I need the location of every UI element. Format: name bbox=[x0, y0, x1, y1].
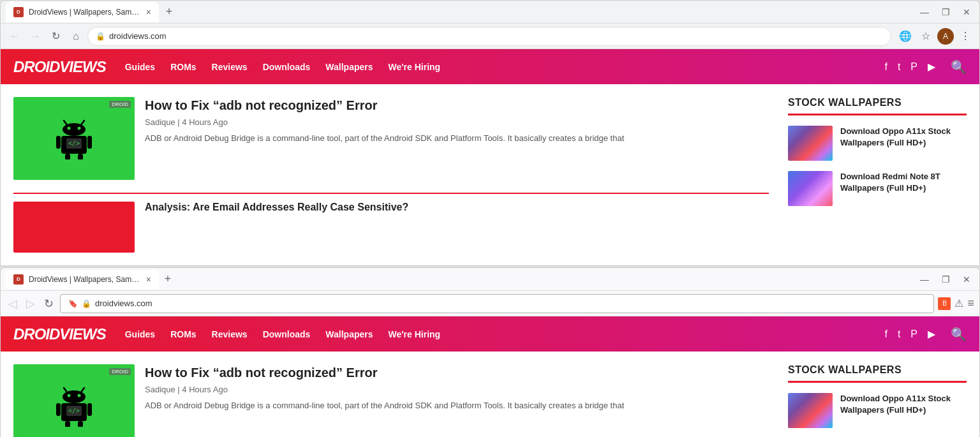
window-controls-2: — ❐ ✕ bbox=[916, 273, 974, 286]
svg-text:</>: </> bbox=[68, 407, 80, 414]
article-time-1: 4 Hours Ago bbox=[182, 117, 228, 127]
ff-alert-icon[interactable]: ⚠ bbox=[954, 297, 963, 309]
url-text-1: droidviews.com bbox=[109, 31, 167, 41]
brave-shield-icon[interactable]: B bbox=[938, 297, 951, 310]
nav-guides-1[interactable]: Guides bbox=[125, 62, 155, 72]
android-robot-2: </> bbox=[55, 385, 93, 427]
sidebar-thumb-1[interactable] bbox=[788, 126, 833, 161]
nav-reviews-2[interactable]: Reviews bbox=[212, 329, 248, 339]
nav-guides-2[interactable]: Guides bbox=[125, 329, 155, 339]
window-controls-1: — ❐ ✕ bbox=[916, 6, 974, 19]
thumb-text-1: adb not recognized... bbox=[16, 168, 89, 175]
content-left-1: DROID bbox=[13, 97, 769, 253]
address-bar-1[interactable]: 🔒 droidviews.com bbox=[87, 27, 891, 46]
ff-url-text: droidviews.com bbox=[95, 299, 152, 308]
svg-rect-20 bbox=[65, 421, 70, 427]
ff-menu-btn[interactable]: ≡ bbox=[967, 297, 974, 310]
nav-roms-1[interactable]: ROMs bbox=[170, 62, 196, 72]
sidebar-thumb-gradient-3 bbox=[788, 393, 833, 428]
search-icon-nav-1[interactable]: 🔍 bbox=[951, 59, 967, 75]
sidebar-thumb-3[interactable] bbox=[788, 393, 833, 428]
article-title-1[interactable]: How to Fix “adb not recognized” Error bbox=[145, 97, 769, 114]
tab-favicon-1: D bbox=[13, 7, 24, 17]
article-title-3[interactable]: How to Fix “adb not recognized” Error bbox=[145, 364, 769, 381]
nav-hiring-1[interactable]: We're Hiring bbox=[389, 62, 441, 72]
site-nav-1: DROiDViEWS Guides ROMs Reviews Downloads… bbox=[1, 49, 979, 84]
restore-btn-1[interactable]: ❐ bbox=[938, 6, 954, 19]
sidebar-2: STOCK WALLPAPERS Download Oppo A11x Stoc… bbox=[788, 364, 967, 437]
nav-downloads-2[interactable]: Downloads bbox=[263, 329, 311, 339]
svg-point-3 bbox=[68, 126, 71, 130]
twitter-icon-1[interactable]: t bbox=[898, 61, 900, 73]
restore-btn-2[interactable]: ❐ bbox=[938, 273, 954, 286]
pinterest-icon-1[interactable]: P bbox=[910, 61, 917, 73]
profile-btn-1[interactable]: A bbox=[937, 28, 954, 45]
nav-reviews-1[interactable]: Reviews bbox=[212, 62, 248, 72]
pinterest-icon-2[interactable]: P bbox=[910, 329, 917, 340]
nav-downloads-1[interactable]: Downloads bbox=[263, 62, 311, 72]
tab-close-btn-2[interactable]: × bbox=[146, 274, 151, 285]
minimize-btn-1[interactable]: — bbox=[916, 6, 933, 19]
article-excerpt-1: ADB or Android Debug Bridge is a command… bbox=[145, 132, 769, 145]
tab-close-btn-1[interactable]: × bbox=[146, 7, 151, 17]
main-content-2: DROID </ bbox=[1, 352, 979, 437]
extension-btn-1[interactable]: 🌐 bbox=[896, 27, 914, 45]
twitter-icon-2[interactable]: t bbox=[898, 329, 900, 340]
main-content-1: DROID bbox=[1, 84, 979, 265]
menu-btn-1[interactable]: ⋮ bbox=[956, 27, 974, 45]
svg-point-16 bbox=[78, 394, 81, 397]
article-meta-3: Sadique | 4 Hours Ago bbox=[145, 385, 769, 394]
home-btn-1[interactable]: ⌂ bbox=[67, 27, 85, 45]
article-thumbnail-2[interactable] bbox=[13, 202, 135, 253]
sidebar-item-title-2[interactable]: Download Redmi Note 8T Wallpapers (Full … bbox=[840, 171, 967, 194]
svg-point-2 bbox=[63, 123, 85, 136]
ff-back-btn[interactable]: ◁ bbox=[6, 295, 20, 312]
article-thumbnail-1[interactable]: DROID bbox=[13, 97, 135, 180]
ff-forward-btn[interactable]: ▷ bbox=[24, 295, 38, 312]
search-icon-nav-2[interactable]: 🔍 bbox=[951, 327, 967, 342]
article-author-1: Sadique bbox=[145, 117, 175, 127]
back-btn-1[interactable]: ← bbox=[6, 27, 24, 45]
nav-wallpapers-1[interactable]: Wallpapers bbox=[325, 62, 373, 72]
minimize-btn-2[interactable]: — bbox=[916, 273, 933, 286]
close-btn-2[interactable]: ✕ bbox=[959, 273, 974, 286]
browser-tab-1[interactable]: D DroidViews | Wallpapers, Samsung ... × bbox=[6, 2, 159, 22]
nav-social-1: f t P ▶ 🔍 bbox=[884, 59, 967, 75]
nav-hiring-2[interactable]: We're Hiring bbox=[389, 329, 441, 339]
new-tab-btn-1[interactable]: + bbox=[160, 3, 178, 21]
new-tab-btn-2[interactable]: + bbox=[159, 270, 177, 288]
star-btn-1[interactable]: ☆ bbox=[917, 27, 935, 45]
sidebar-item-title-1[interactable]: Download Oppo A11x Stock Wallpapers (Ful… bbox=[840, 126, 967, 149]
site-logo-2[interactable]: DROiDViEWS bbox=[13, 325, 106, 343]
youtube-icon-2[interactable]: ▶ bbox=[928, 328, 935, 340]
toolbar-actions-1: 🌐 ☆ A ⋮ bbox=[896, 27, 974, 45]
article-title-2[interactable]: Analysis: Are Email Addresses Really Cas… bbox=[145, 202, 769, 213]
nav-wallpapers-2[interactable]: Wallpapers bbox=[325, 329, 373, 339]
site-nav-2: DROiDViEWS Guides ROMs Reviews Downloads… bbox=[1, 316, 979, 352]
browser-tab-2[interactable]: D DroidViews | Wallpapers, Samsung C... … bbox=[6, 270, 159, 289]
chrome-titlebar: D DroidViews | Wallpapers, Samsung ... ×… bbox=[1, 1, 979, 24]
close-btn-1[interactable]: ✕ bbox=[959, 6, 974, 19]
nav-social-2: f t P ▶ 🔍 bbox=[884, 327, 967, 342]
sidebar-thumb-2[interactable] bbox=[788, 171, 833, 206]
sidebar-section-title-1: STOCK WALLPAPERS bbox=[788, 97, 967, 115]
firefox-titlebar: D DroidViews | Wallpapers, Samsung C... … bbox=[1, 268, 979, 291]
nav-roms-2[interactable]: ROMs bbox=[170, 329, 196, 339]
content-left-2: DROID </ bbox=[13, 364, 769, 437]
ff-refresh-btn[interactable]: ↻ bbox=[41, 295, 56, 312]
site-logo-1[interactable]: DROiDViEWS bbox=[13, 58, 106, 76]
facebook-icon-1[interactable]: f bbox=[884, 61, 887, 73]
sidebar-item-title-3[interactable]: Download Oppo A11x Stock Wallpapers (Ful… bbox=[840, 393, 967, 416]
ff-address-bar[interactable]: 🔖 🔒 droidviews.com bbox=[60, 294, 934, 313]
youtube-icon-1[interactable]: ▶ bbox=[928, 61, 935, 73]
forward-btn-1[interactable]: → bbox=[26, 27, 44, 45]
svg-rect-8 bbox=[65, 154, 70, 159]
article-info-1: How to Fix “adb not recognized” Error Sa… bbox=[145, 97, 769, 145]
nav-links-2: Guides ROMs Reviews Downloads Wallpapers… bbox=[125, 329, 885, 339]
refresh-btn-1[interactable]: ↻ bbox=[47, 27, 64, 45]
article-card-1: DROID bbox=[13, 97, 769, 180]
nav-links-1: Guides ROMs Reviews Downloads Wallpapers… bbox=[125, 62, 885, 72]
facebook-icon-2[interactable]: f bbox=[884, 329, 887, 340]
thumb-badge-1: DROID bbox=[109, 101, 131, 108]
article-thumbnail-3[interactable]: DROID </ bbox=[13, 364, 135, 437]
